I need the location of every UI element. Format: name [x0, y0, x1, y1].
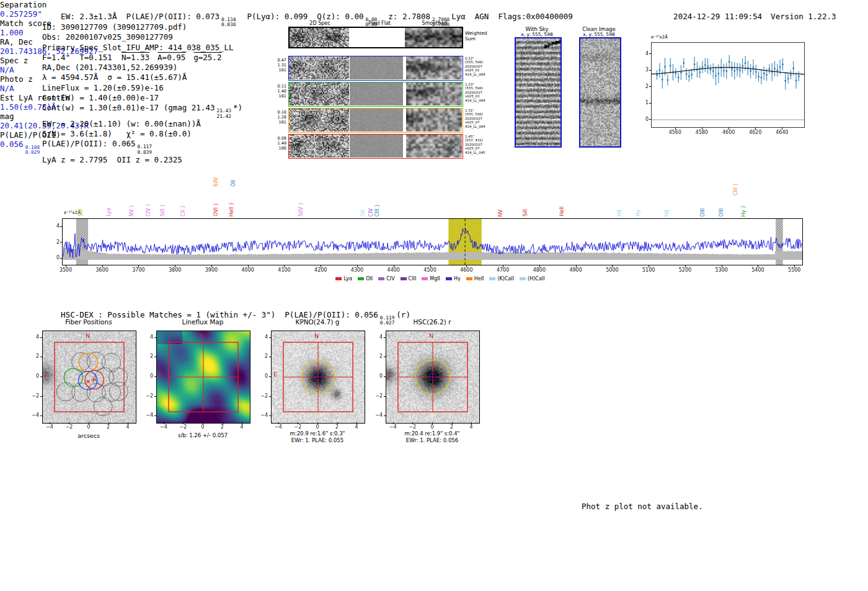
y-tick-mark [40, 415, 42, 416]
legend-swatch [422, 277, 428, 280]
match-value-text: N/A [0, 65, 14, 74]
spec2d-annotation-line: 414_LL_064 [465, 125, 485, 129]
x-tick-label: 4200 [308, 267, 333, 273]
spec2d-row-labels: 0.471.31161 [273, 58, 286, 73]
match-value-text: 1.000 [0, 28, 24, 37]
legend-swatch [489, 277, 495, 280]
legend-item: Lyα [335, 276, 352, 282]
y-tick-mark [384, 396, 386, 397]
line-type-label: Lyα [451, 12, 466, 21]
y-tick-label: 4 [258, 334, 268, 340]
x-tick-mark [393, 422, 394, 424]
compass-north-label: N [429, 332, 433, 339]
emission-line-label: Hδ [617, 210, 622, 216]
hsc-caption-1: m:20.4 re:1.9" s:0.4" [373, 430, 491, 437]
emission-line-label: OIII [719, 208, 724, 216]
spec2d-row-pixelflat [350, 82, 405, 105]
x-tick-mark [317, 422, 318, 424]
emission-line-label: HeII [559, 207, 565, 216]
y-tick-mark [154, 396, 156, 397]
emission-line-label: OVI } [213, 203, 219, 216]
legend-swatch [335, 277, 342, 280]
ewr-line: EWr = 2.20(±1.10) (w: 0.00(±nan))Å [42, 119, 242, 129]
x-tick-label: 2 [101, 424, 116, 430]
x-tick-mark [452, 422, 453, 424]
spec2d-row-labels: 0.081.49180 [273, 136, 286, 151]
x-tick-mark [685, 265, 686, 267]
y-tick-label: 0 [52, 255, 60, 260]
x-tick-mark [248, 265, 249, 267]
spec2d-annotation-line: (557, 432) [465, 138, 485, 143]
legend-label: HeII [474, 276, 484, 282]
emission-line-label: OIII [700, 208, 706, 216]
x-tick-mark [356, 422, 357, 424]
emission-line-label: SiII [78, 209, 84, 216]
y-tick-mark [154, 337, 156, 338]
x-tick-label: −2 [175, 424, 190, 430]
x-tick-label: 4000 [236, 267, 260, 273]
legend-swatch [520, 277, 526, 280]
spec2d-axis-value: 180 [273, 146, 286, 151]
spec2d-annotation-line: 414_LL_064 [465, 73, 485, 77]
sn-chi2-line: S/N = 3.6(±1.8) χ² = 0.8(±0.0) [42, 129, 242, 139]
legend-label: CIV [386, 276, 394, 282]
spec2d-annotation-line: 20200107 [465, 64, 485, 69]
spec2d-annotation-line: 414_LL_045 [465, 151, 485, 155]
spectrum-frame [62, 218, 803, 265]
y-tick-mark [60, 242, 62, 242]
weighted-sum-strip [288, 27, 463, 48]
emission-line-label: SiIV [213, 177, 219, 187]
x-tick-label: 4500 [418, 267, 443, 273]
emission-line-label: Hγ [636, 210, 641, 216]
legend-item: OII [358, 276, 373, 282]
legend-item: (H)CaII [520, 276, 544, 282]
spec2d-row [288, 56, 463, 81]
x-tick-label: −2 [405, 424, 420, 430]
x-tick-mark [675, 128, 676, 130]
zoom-plot-ylabel: e⁻¹⁷x2Å [651, 35, 668, 40]
spec2d-annotation-line: 1.31" [465, 109, 485, 113]
legend-item: CIV [378, 276, 394, 282]
match-value-text: 0.056 [0, 140, 24, 149]
qz-value: Q(z): 0.000.000.00 [317, 12, 379, 21]
compass-north-label: N [200, 332, 204, 339]
x-tick-mark [138, 265, 139, 267]
spec2d-axis-value: 1.40 [273, 89, 286, 94]
compass-east-label: E [159, 371, 162, 378]
spec2d-axis-value: 1.31 [273, 63, 286, 68]
legend-label: Lyα [343, 276, 352, 282]
x-tick-mark [471, 422, 472, 424]
spec2d-axis-value: 161 [273, 68, 286, 73]
legend-label: OII [366, 276, 373, 282]
legend-label: MgII [430, 276, 440, 282]
x-tick-mark [357, 265, 358, 267]
emission-line-label: CIII } [733, 183, 738, 195]
legend-item: (K)CaII [489, 276, 514, 282]
flags-value: Flags:0x00400009 [498, 12, 572, 21]
x-tick-mark [539, 265, 540, 267]
x-tick-label: 4580 [691, 130, 713, 135]
x-tick-mark [223, 422, 223, 424]
spec2d-annotation-line: (555, 598) [465, 112, 485, 117]
y-tick-label: 0 [373, 373, 383, 379]
gmag-sub: 21.42 [216, 114, 231, 119]
x-tick-mark [102, 265, 103, 267]
emission-line-label: NV [498, 210, 503, 216]
x-tick-label: 4 [349, 424, 364, 430]
compass-north-label: N [314, 332, 319, 339]
spec2d-axis-value: 0.47 [273, 58, 286, 63]
spec2d-annotation-line: v025_07 [465, 146, 485, 151]
x-tick-label: 5200 [673, 267, 698, 273]
y-tick-label: −4 [258, 412, 268, 418]
spec2d-annotation-line: 20200107 [465, 91, 485, 95]
version-label: Version 1.22.3 [771, 12, 836, 21]
x-tick-mark [108, 422, 109, 424]
spec2d-row [288, 82, 463, 107]
y-tick-label: −2 [258, 393, 268, 399]
x-tick-mark [728, 128, 729, 130]
spectrum-legend: LyαOIICIVCIIIMgIIHγHeII(K)CaII(H)CaII [267, 276, 614, 282]
spec2d-axis-value: 0.10 [273, 110, 286, 115]
x-tick-mark [466, 265, 467, 267]
spec2d-axis-value: 161 [273, 94, 286, 99]
y-tick-mark [40, 376, 42, 377]
